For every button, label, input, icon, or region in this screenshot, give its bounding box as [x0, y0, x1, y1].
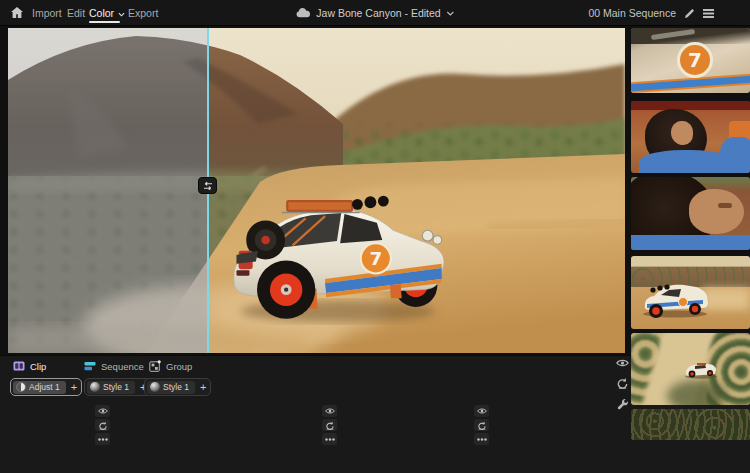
basic-reset-button[interactable]	[95, 419, 110, 431]
sequence-icon	[84, 360, 96, 372]
group-icon	[149, 360, 161, 372]
chevron-down-icon	[118, 12, 125, 17]
sequence-name: 00 Main Sequence	[588, 7, 676, 19]
hsl-visibility-toggle[interactable]	[322, 405, 337, 417]
tab-clip[interactable]: Clip	[13, 360, 46, 372]
left-right-arrows-icon	[202, 181, 214, 191]
add-adjust-button[interactable]: +	[71, 382, 77, 392]
hsl-more-button[interactable]	[322, 433, 337, 445]
preset-style-1-sequence[interactable]: Style 1 +	[84, 378, 151, 396]
premiere-color-workspace: Import Edit Color Export Jaw Bone Canyon…	[0, 0, 750, 473]
style-layer-icon	[150, 382, 160, 392]
style-layer-icon	[90, 382, 100, 392]
tab-group[interactable]: Group	[149, 360, 192, 372]
graded-preview-image: 7	[8, 28, 207, 353]
thumbnail-driver-portrait[interactable]	[631, 177, 750, 250]
split-handle[interactable]	[198, 177, 217, 194]
sequence-stack-icon[interactable]	[703, 8, 714, 18]
preset-style-1-group[interactable]: Style 1 +	[144, 378, 211, 396]
detail-more-button[interactable]	[474, 433, 489, 445]
thumb-car-graphic	[639, 282, 713, 318]
before-pane-ungraded: 7	[8, 28, 207, 353]
nav-export[interactable]: Export	[128, 7, 158, 19]
hsl-reset-button[interactable]	[322, 419, 337, 431]
adjust-layer-icon	[16, 382, 26, 392]
project-title-dropdown[interactable]: Jaw Bone Canyon - Edited	[295, 0, 454, 26]
clip-icon	[13, 360, 25, 372]
thumbnail-driver-in-car[interactable]	[631, 101, 750, 173]
detail-reset-button[interactable]	[474, 419, 489, 431]
nav-color-underline	[89, 21, 120, 23]
nav-color[interactable]: Color	[89, 7, 125, 19]
chevron-down-icon	[447, 11, 455, 16]
cloud-icon	[295, 8, 310, 18]
basic-visibility-toggle[interactable]	[95, 405, 110, 417]
program-monitor[interactable]: 7	[8, 28, 625, 353]
panel-reset-button[interactable]	[616, 377, 629, 389]
sequence-group: 00 Main Sequence	[588, 0, 714, 26]
top-bar: Import Edit Color Export Jaw Bone Canyon…	[0, 0, 750, 26]
thumbnail-scrubland-aerial[interactable]	[631, 409, 750, 440]
thumbnail-car-aerial-trail[interactable]	[631, 333, 750, 405]
car-roundel-number: 7	[369, 248, 382, 269]
rename-pencil-icon[interactable]	[684, 8, 695, 19]
thumb-car-graphic	[683, 361, 719, 379]
basic-more-button[interactable]	[95, 433, 110, 445]
wrench-settings-icon[interactable]	[617, 398, 629, 410]
add-style-button[interactable]: +	[200, 382, 206, 392]
home-icon[interactable]	[10, 6, 24, 19]
panel-visibility-toggle[interactable]	[616, 358, 629, 368]
detail-visibility-toggle[interactable]	[474, 405, 489, 417]
thumbnail-car-dirt-road[interactable]	[631, 256, 750, 329]
thumbnail-car-door-closeup[interactable]: 7	[631, 28, 750, 93]
preset-adjust-1[interactable]: Adjust 1 +	[10, 378, 82, 396]
thumb-roundel-number: 7	[688, 48, 702, 72]
tab-sequence[interactable]: Sequence	[84, 360, 144, 372]
project-title: Jaw Bone Canyon - Edited	[316, 7, 440, 19]
nav-import[interactable]: Import	[32, 7, 62, 19]
nav-edit[interactable]: Edit	[67, 7, 85, 19]
